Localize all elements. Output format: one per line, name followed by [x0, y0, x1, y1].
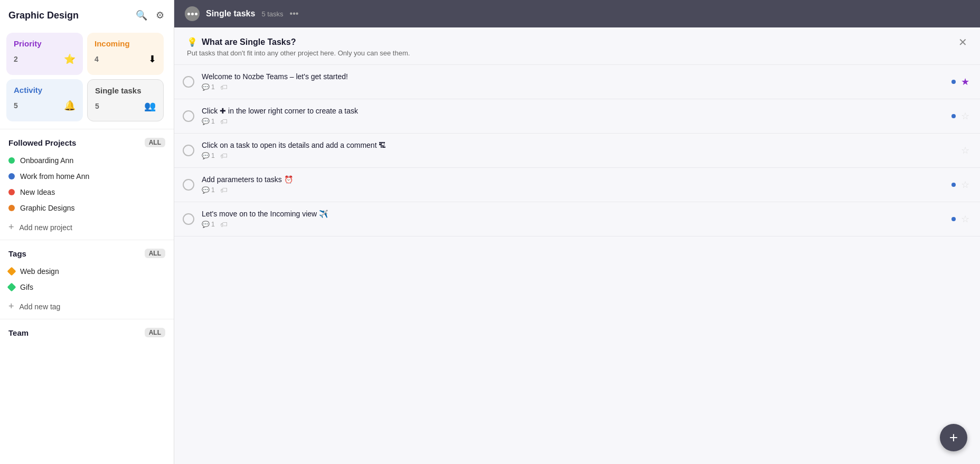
- sidebar: Graphic Design 🔍 ⚙ Priority 2 ⭐ Incoming…: [0, 0, 174, 464]
- avatar-dot-1: [187, 13, 190, 15]
- task-checkbox-2[interactable]: [183, 110, 194, 122]
- graphic-designs-label: Graphic Designs: [20, 204, 75, 212]
- sidebar-item-gifs[interactable]: Gifs: [0, 279, 174, 295]
- add-new-project-button[interactable]: + Add new project: [0, 218, 174, 236]
- comment-icon-1: 💬: [202, 83, 210, 91]
- task-item: Welcome to Nozbe Teams – let's get start…: [174, 65, 980, 99]
- add-tag-plus-icon: +: [8, 301, 14, 312]
- task-star-5[interactable]: ☆: [961, 213, 969, 225]
- sidebar-item-work-from-home-ann[interactable]: Work from home Ann: [0, 168, 174, 184]
- work-from-home-ann-dot: [8, 173, 15, 179]
- fab-add-button[interactable]: +: [940, 424, 967, 451]
- search-icon: 🔍: [136, 10, 147, 21]
- task-star-3[interactable]: ☆: [961, 145, 969, 156]
- task-star-1[interactable]: ★: [961, 76, 969, 88]
- gifs-icon: [7, 283, 16, 292]
- sidebar-title: Graphic Design: [8, 10, 79, 21]
- activity-card-icon: 🔔: [64, 100, 76, 111]
- activity-card-count: 5: [14, 101, 18, 110]
- fab-plus-icon: +: [949, 429, 958, 446]
- task-actions-2: ☆: [951, 110, 969, 122]
- task-checkbox-3[interactable]: [183, 145, 194, 156]
- priority-card-label: Priority: [14, 39, 76, 48]
- followed-projects-title: Followed Projects: [8, 138, 76, 147]
- graphic-designs-dot: [8, 205, 15, 211]
- task-comment-count-5: 💬 1: [202, 221, 215, 228]
- task-dot-5: [951, 217, 956, 221]
- team-all-button[interactable]: ALL: [145, 328, 165, 337]
- task-name-3: Click on a task to open its details and …: [202, 141, 944, 149]
- sidebar-item-graphic-designs[interactable]: Graphic Designs: [0, 200, 174, 216]
- settings-button[interactable]: ⚙: [155, 8, 165, 22]
- sidebar-header-icons: 🔍 ⚙: [135, 8, 165, 22]
- work-from-home-ann-label: Work from home Ann: [20, 172, 89, 181]
- task-star-4[interactable]: ☆: [961, 179, 969, 191]
- task-name-1: Welcome to Nozbe Teams – let's get start…: [202, 72, 944, 81]
- add-new-tag-button[interactable]: + Add new tag: [0, 297, 174, 316]
- activity-card-label: Activity: [14, 86, 76, 94]
- sidebar-item-new-ideas[interactable]: New Ideas: [0, 184, 174, 200]
- close-banner-button[interactable]: ✕: [958, 37, 967, 48]
- cards-row: Priority 2 ⭐ Incoming 4 ⬇ Activity 5 🔔 S…: [0, 29, 174, 126]
- incoming-card-icon: ⬇: [148, 53, 156, 65]
- task-name-2: Click ✚ in the lower right corner to cre…: [202, 107, 944, 115]
- activity-card[interactable]: Activity 5 🔔: [6, 79, 83, 121]
- tag-icon-2: 🏷: [220, 117, 228, 126]
- new-ideas-dot: [8, 189, 15, 195]
- task-dot-2: [951, 114, 956, 118]
- new-ideas-label: New Ideas: [20, 188, 55, 196]
- single-tasks-card[interactable]: Single tasks 5 👥: [87, 79, 164, 121]
- incoming-card-count: 4: [95, 55, 99, 63]
- comment-icon-4: 💬: [202, 186, 210, 194]
- topbar: Single tasks 5 tasks •••: [174, 0, 980, 27]
- info-banner-left: 💡 What are Single Tasks? Put tasks that …: [187, 37, 410, 57]
- topbar-more-button[interactable]: •••: [290, 9, 299, 18]
- priority-card[interactable]: Priority 2 ⭐: [6, 33, 83, 75]
- task-content-5: Let's move on to the Incoming view ✈️ 💬 …: [202, 210, 944, 229]
- divider-2: [0, 240, 174, 240]
- divider-3: [0, 319, 174, 319]
- info-title: 💡 What are Single Tasks?: [187, 37, 410, 47]
- tag-icon-3: 🏷: [220, 151, 228, 160]
- task-star-2[interactable]: ☆: [961, 110, 969, 122]
- comment-count-5: 1: [211, 221, 215, 228]
- task-meta-4: 💬 1 🏷: [202, 186, 944, 194]
- task-name-4: Add parameters to tasks ⏰: [202, 175, 944, 184]
- task-checkbox-4[interactable]: [183, 179, 194, 191]
- gifs-label: Gifs: [20, 283, 33, 291]
- task-comment-count-2: 💬 1: [202, 118, 215, 125]
- tags-header: Tags ALL: [0, 243, 174, 261]
- sidebar-item-onboarding-ann[interactable]: Onboarding Ann: [0, 153, 174, 168]
- task-content-1: Welcome to Nozbe Teams – let's get start…: [202, 72, 944, 91]
- topbar-count: 5 tasks: [261, 10, 283, 18]
- topbar-title: Single tasks: [206, 9, 255, 18]
- tag-list: Web design Gifs: [0, 261, 174, 297]
- task-item: Click ✚ in the lower right corner to cre…: [174, 99, 980, 134]
- info-title-text: What are Single Tasks?: [202, 37, 296, 47]
- avatar-dot-3: [195, 13, 197, 15]
- task-dot-1: [951, 80, 956, 84]
- single-tasks-card-icon: 👥: [144, 100, 156, 112]
- task-checkbox-1[interactable]: [183, 76, 194, 88]
- task-dot-3: [951, 148, 956, 153]
- incoming-card[interactable]: Incoming 4 ⬇: [87, 33, 164, 75]
- task-actions-4: ☆: [951, 179, 969, 191]
- main-content: Single tasks 5 tasks ••• 💡 What are Sing…: [174, 0, 980, 464]
- task-item: Let's move on to the Incoming view ✈️ 💬 …: [174, 202, 980, 236]
- avatar-dot-2: [191, 13, 194, 15]
- task-checkbox-5[interactable]: [183, 213, 194, 225]
- sidebar-item-web-design[interactable]: Web design: [0, 263, 174, 279]
- project-list: Onboarding Ann Work from home Ann New Id…: [0, 150, 174, 218]
- task-name-5: Let's move on to the Incoming view ✈️: [202, 210, 944, 218]
- search-button[interactable]: 🔍: [135, 8, 148, 22]
- web-design-icon: [7, 267, 16, 276]
- incoming-card-count-row: 4 ⬇: [95, 53, 156, 65]
- info-banner: 💡 What are Single Tasks? Put tasks that …: [174, 27, 980, 65]
- add-plus-icon: +: [8, 222, 14, 233]
- tags-all-button[interactable]: ALL: [145, 249, 165, 258]
- followed-projects-header: Followed Projects ALL: [0, 132, 174, 150]
- divider-1: [0, 129, 174, 129]
- info-description: Put tasks that don't fit into any other …: [187, 49, 410, 57]
- followed-projects-all-button[interactable]: ALL: [145, 138, 165, 147]
- task-comment-count-1: 💬 1: [202, 83, 215, 91]
